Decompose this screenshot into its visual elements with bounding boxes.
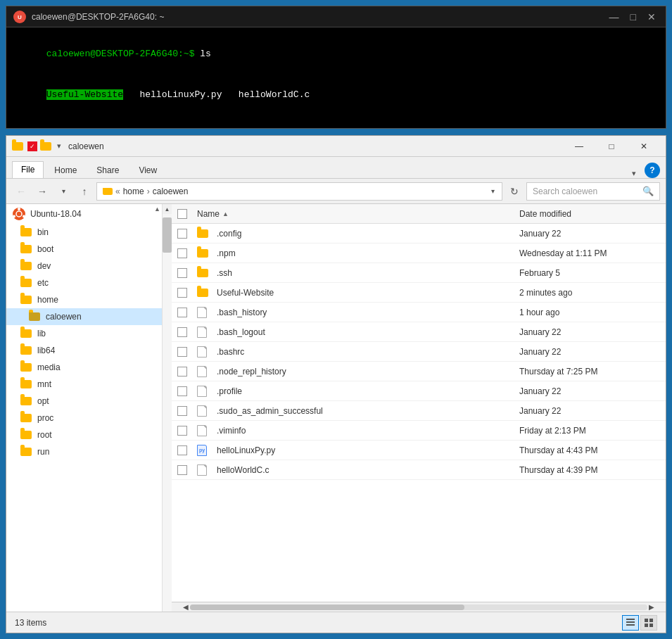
file-check-bashrc[interactable] (177, 347, 197, 357)
hscroll-thumb[interactable] (190, 605, 464, 610)
hscroll-left[interactable]: ◀ (182, 603, 190, 611)
file-check-config[interactable] (177, 229, 197, 239)
file-date-useful-website: 2 minutes ago (519, 288, 660, 298)
checkbox-bash-logout[interactable] (177, 327, 187, 337)
file-check-node-repl[interactable] (177, 367, 197, 377)
file-row-hello-c[interactable]: helloWorldC.c Thursday at 4:39 PM (172, 460, 666, 480)
svg-rect-8 (626, 621, 635, 623)
file-check-hello-c[interactable] (177, 465, 197, 475)
sidebar-item-bin[interactable]: bin (6, 224, 162, 241)
file-row-profile[interactable]: .profile January 22 (172, 381, 666, 401)
sidebar-item-caloewen[interactable]: caloewen (6, 308, 162, 325)
sidebar-item-boot[interactable]: boot (6, 241, 162, 258)
file-row-bash-history[interactable]: .bash_history 1 hour ago (172, 303, 666, 322)
sidebar-item-proc[interactable]: proc (6, 410, 162, 426)
file-name-sudo: .sudo_as_admin_successful (217, 406, 519, 416)
search-box[interactable]: Search caloewen 🔍 (526, 182, 660, 201)
col-name-label: Name (197, 209, 220, 219)
file-row-hello-py[interactable]: py helloLinuxPy.py Thursday at 4:43 PM (172, 441, 666, 460)
address-dropdown[interactable]: ▾ (490, 187, 496, 195)
sidebar-item-lib64[interactable]: lib64 (6, 342, 162, 359)
address-input[interactable]: « home › caloewen ▾ (96, 182, 502, 201)
sidebar-label-opt: opt (37, 396, 49, 406)
file-row-useful-website[interactable]: Useful-Website 2 minutes ago (172, 283, 666, 303)
file-date-hello-c: Thursday at 4:39 PM (519, 465, 660, 475)
sidebar-item-etc[interactable]: etc (6, 274, 162, 291)
file-check-bash-logout[interactable] (177, 327, 197, 337)
file-row-ssh[interactable]: .ssh February 5 (172, 263, 666, 283)
file-row-sudo[interactable]: .sudo_as_admin_successful January 22 (172, 401, 666, 421)
explorer-close[interactable]: ✕ (628, 136, 660, 157)
ribbon-tabs: File Home Share View ▾ ? (6, 157, 666, 178)
prompt-1: caloewen@DESKTOP-2FA6G40:~$ (46, 49, 200, 59)
sidebar-item-mnt[interactable]: mnt (6, 376, 162, 393)
view-details-btn[interactable] (622, 615, 639, 631)
checkbox-node-repl[interactable] (177, 367, 187, 377)
file-row-node-repl[interactable]: .node_repl_history Thursday at 7:25 PM (172, 362, 666, 381)
ubuntu-icon (12, 207, 26, 221)
header-name[interactable]: Name ▲ (197, 209, 519, 219)
refresh-button[interactable]: ↻ (505, 182, 524, 201)
file-row-npm[interactable]: .npm Wednesday at 1:11 PM (172, 243, 666, 263)
view-tiles-btn[interactable] (640, 615, 657, 631)
scrollbar-up-arrow[interactable]: ▲ (163, 204, 172, 214)
file-row-viminfo[interactable]: .viminfo Friday at 2:13 PM (172, 421, 666, 441)
terminal-minimize[interactable]: — (607, 11, 622, 23)
help-button[interactable]: ? (645, 163, 660, 178)
titlebar-separator: ▾ (57, 141, 61, 151)
checkbox-bash-history[interactable] (177, 308, 187, 317)
checkbox-useful-website[interactable] (177, 288, 187, 298)
file-check-bash-history[interactable] (177, 308, 197, 317)
file-check-sudo[interactable] (177, 406, 197, 416)
file-check-ssh[interactable] (177, 268, 197, 278)
file-check-profile[interactable] (177, 386, 197, 396)
search-placeholder: Search caloewen (533, 186, 640, 196)
file-check-useful-website[interactable] (177, 288, 197, 298)
nav-dropdown[interactable]: ▾ (54, 182, 72, 201)
scrollbar-thumb[interactable] (163, 217, 172, 253)
checkbox-viminfo[interactable] (177, 426, 187, 436)
sidebar-item-lib[interactable]: lib (6, 325, 162, 342)
select-all-checkbox[interactable] (177, 209, 187, 219)
tab-view[interactable]: View (129, 162, 166, 178)
sidebar-scroll-up[interactable]: ▲ (154, 205, 160, 213)
explorer-minimize[interactable]: — (563, 136, 595, 157)
sidebar-item-root[interactable]: root (6, 426, 162, 443)
svg-point-6 (13, 215, 15, 218)
hscroll-right[interactable]: ▶ (647, 603, 656, 611)
file-check-viminfo[interactable] (177, 426, 197, 436)
tab-home[interactable]: Home (45, 162, 86, 178)
nav-up[interactable]: ↑ (75, 182, 94, 201)
nav-forward[interactable]: → (33, 182, 51, 201)
file-row-bash-logout[interactable]: .bash_logout January 22 (172, 322, 666, 342)
file-row-bashrc[interactable]: .bashrc January 22 (172, 342, 666, 362)
checkbox-sudo[interactable] (177, 406, 187, 416)
ribbon-expand[interactable]: ▾ (632, 169, 642, 178)
checkbox-npm[interactable] (177, 248, 187, 258)
sidebar-item-home[interactable]: home (6, 291, 162, 308)
checkbox-ssh[interactable] (177, 268, 187, 278)
terminal-close[interactable]: ✕ (645, 11, 659, 23)
file-row-config[interactable]: .config January 22 (172, 224, 666, 243)
nav-back[interactable]: ← (12, 182, 30, 201)
file-check-npm[interactable] (177, 248, 197, 258)
sidebar-item-media[interactable]: media (6, 359, 162, 376)
checkbox-bashrc[interactable] (177, 347, 187, 357)
file-check-hello-py[interactable] (177, 445, 197, 455)
header-date[interactable]: Date modified (519, 209, 660, 219)
explorer-maximize[interactable]: □ (595, 136, 628, 157)
tab-file[interactable]: File (12, 161, 44, 178)
sidebar-item-ubuntu[interactable]: Ubuntu-18.04 (6, 204, 162, 224)
sidebar-item-opt[interactable]: opt (6, 393, 162, 410)
checkbox-profile[interactable] (177, 386, 187, 396)
checkbox-config[interactable] (177, 229, 187, 239)
file-icon-profile (197, 386, 214, 397)
checkbox-hello-py[interactable] (177, 445, 187, 455)
sidebar-item-run[interactable]: run (6, 443, 162, 460)
search-icon[interactable]: 🔍 (642, 186, 654, 196)
checkbox-hello-c[interactable] (177, 465, 187, 475)
sidebar-item-dev[interactable]: dev (6, 258, 162, 274)
tab-share[interactable]: Share (87, 162, 128, 178)
file-date-sudo: January 22 (519, 406, 660, 416)
terminal-maximize[interactable]: □ (628, 11, 639, 23)
